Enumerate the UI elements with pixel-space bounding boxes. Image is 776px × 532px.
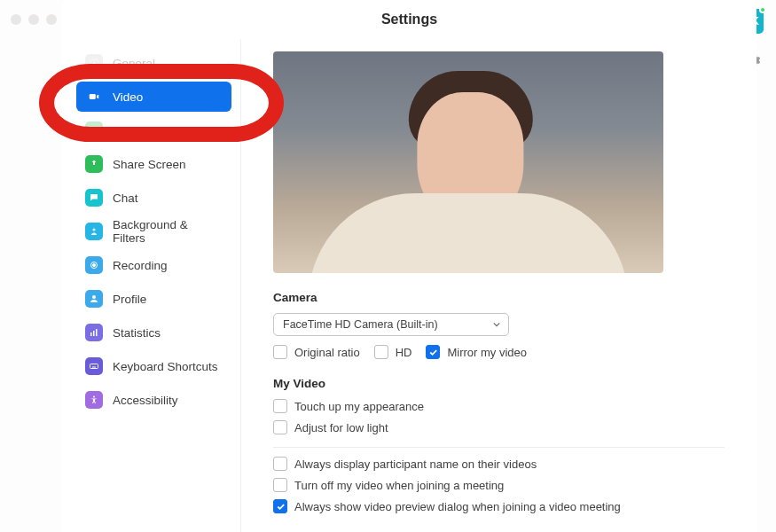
svg-rect-7 (93, 331, 95, 336)
sidebar-item-label: Keyboard Shortcuts (113, 360, 218, 373)
window-title: Settings (381, 12, 437, 27)
video-preview (273, 51, 663, 273)
sidebar-item-chat[interactable]: Chat (76, 183, 231, 213)
traffic-dot (11, 14, 21, 25)
settings-icon (85, 54, 103, 72)
checkbox-label: Adjust for low light (294, 421, 388, 434)
sidebar-item-share-screen[interactable]: Share Screen (76, 149, 231, 179)
camera-select-value: FaceTime HD Camera (Built-in) (283, 318, 438, 331)
stats-icon (85, 324, 103, 341)
meeting-option-2[interactable]: Always show video preview dialog when jo… (273, 499, 725, 513)
myvideo-option-0[interactable]: Touch up my appearance (273, 399, 725, 413)
sidebar-item-label: Recording (113, 259, 168, 272)
traffic-dot (46, 14, 57, 25)
sidebar-item-label: Chat (113, 192, 138, 205)
checkbox-label: Original ratio (294, 346, 360, 359)
access-icon (85, 391, 103, 409)
sidebar-item-label: Video (113, 90, 143, 104)
myvideo-option-1[interactable]: Adjust for low light (273, 420, 725, 434)
checkbox[interactable] (273, 420, 287, 434)
sidebar-item-recording[interactable]: Recording (76, 250, 231, 280)
svg-rect-10 (92, 367, 96, 368)
sidebar-item-label: Share Screen (113, 158, 186, 171)
svg-point-11 (93, 396, 95, 398)
sidebar-item-label: Background & Filters (113, 218, 223, 245)
checkbox[interactable] (426, 345, 440, 359)
camera-select[interactable]: FaceTime HD Camera (Built-in) (273, 313, 509, 336)
checkbox-label: Mirror my video (447, 346, 527, 359)
camera-option-2[interactable]: Mirror my video (426, 345, 527, 359)
svg-point-2 (93, 229, 96, 231)
sidebar-item-label: Profile (113, 293, 146, 306)
sidebar-item-accessibility[interactable]: Accessibility (76, 385, 231, 415)
checkbox-label: HD (396, 346, 412, 359)
video-icon (85, 88, 103, 106)
content: GeneralVideoShare ScreenChatBackground &… (62, 39, 756, 532)
status-dot-online (759, 6, 766, 13)
chat-icon (85, 189, 103, 207)
divider (273, 447, 725, 448)
checkbox-label: Always show video preview dialog when jo… (294, 500, 621, 513)
meeting-option-0[interactable]: Always display participant name on their… (273, 457, 725, 471)
bgfilters-icon (85, 223, 103, 240)
sidebar-item-background-filters[interactable]: Background & Filters (76, 216, 231, 246)
meeting-option-1[interactable]: Turn off my video when joining a meeting (273, 478, 725, 492)
sidebar-item-profile[interactable]: Profile (76, 284, 231, 314)
titlebar: Settings (62, 0, 756, 39)
window-traffic-dots (11, 14, 57, 25)
main-panel: Camera FaceTime HD Camera (Built-in) Ori… (241, 39, 756, 532)
svg-point-4 (93, 264, 96, 267)
checkbox-label: Touch up my appearance (294, 400, 424, 413)
checkbox[interactable] (273, 345, 287, 359)
sidebar-item-item[interactable] (76, 115, 231, 145)
sidebar-item-label: General (113, 57, 155, 70)
chevron-down-icon (492, 320, 501, 329)
record-icon (85, 256, 103, 274)
settings-window: Settings GeneralVideoShare ScreenChatBac… (62, 0, 756, 532)
sidebar-item-video[interactable]: Video (76, 82, 231, 112)
my-video-section-title: My Video (273, 377, 725, 390)
traffic-dot (28, 14, 39, 25)
sidebar-item-statistics[interactable]: Statistics (76, 317, 231, 348)
svg-rect-6 (90, 332, 92, 336)
keyboard-icon (85, 357, 103, 375)
svg-point-5 (92, 295, 96, 299)
checkbox[interactable] (273, 499, 287, 513)
svg-rect-8 (96, 329, 98, 336)
svg-rect-9 (90, 364, 98, 369)
sidebar-item-keyboard-shortcuts[interactable]: Keyboard Shortcuts (76, 351, 231, 381)
svg-rect-1 (90, 94, 96, 99)
sidebar-item-label: Accessibility (113, 394, 178, 407)
sidebar-item-general[interactable]: General (76, 48, 231, 78)
checkbox[interactable] (273, 478, 287, 492)
camera-option-0[interactable]: Original ratio (273, 345, 360, 359)
svg-point-0 (92, 61, 95, 64)
checkbox-label: Always display participant name on their… (294, 458, 537, 471)
checkbox[interactable] (273, 399, 287, 413)
share-icon (85, 155, 103, 173)
checkbox[interactable] (374, 345, 388, 359)
checkbox[interactable] (273, 457, 287, 471)
sidebar-item-label: Statistics (113, 326, 161, 340)
profile-icon (85, 290, 103, 308)
checkbox-label: Turn off my video when joining a meeting (294, 479, 504, 492)
audio-icon (85, 121, 103, 139)
sidebar: GeneralVideoShare ScreenChatBackground &… (62, 39, 241, 532)
camera-section-title: Camera (273, 291, 725, 304)
camera-option-1[interactable]: HD (374, 345, 412, 359)
